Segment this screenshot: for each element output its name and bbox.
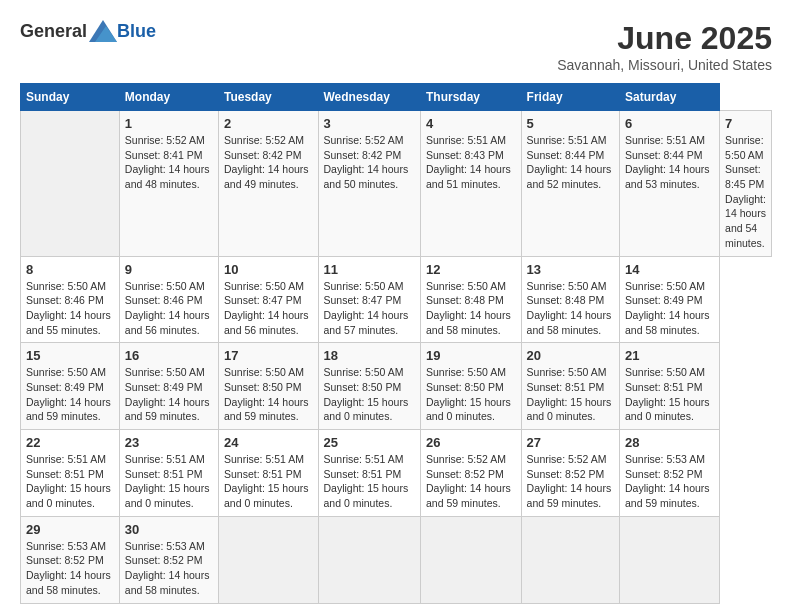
logo: General Blue (20, 20, 156, 42)
day-info: Sunrise: 5:53 AMSunset: 8:52 PMDaylight:… (125, 540, 210, 596)
day-number: 4 (426, 116, 516, 131)
day-cell (218, 516, 318, 603)
day-info: Sunrise: 5:51 AMSunset: 8:51 PMDaylight:… (26, 453, 111, 509)
day-info: Sunrise: 5:50 AMSunset: 8:48 PMDaylight:… (426, 280, 511, 336)
day-info: Sunrise: 5:51 AMSunset: 8:44 PMDaylight:… (527, 134, 612, 190)
day-cell (21, 111, 120, 257)
day-number: 28 (625, 435, 714, 450)
day-info: Sunrise: 5:52 AMSunset: 8:42 PMDaylight:… (224, 134, 309, 190)
calendar-table: SundayMondayTuesdayWednesdayThursdayFrid… (20, 83, 772, 604)
day-info: Sunrise: 5:50 AMSunset: 8:45 PMDaylight:… (725, 134, 766, 249)
day-number: 3 (324, 116, 416, 131)
day-cell: 12 Sunrise: 5:50 AMSunset: 8:48 PMDaylig… (421, 256, 522, 343)
day-number: 14 (625, 262, 714, 277)
day-cell (421, 516, 522, 603)
day-cell: 9 Sunrise: 5:50 AMSunset: 8:46 PMDayligh… (119, 256, 218, 343)
day-cell: 28 Sunrise: 5:53 AMSunset: 8:52 PMDaylig… (619, 430, 719, 517)
day-cell: 27 Sunrise: 5:52 AMSunset: 8:52 PMDaylig… (521, 430, 619, 517)
day-info: Sunrise: 5:50 AMSunset: 8:51 PMDaylight:… (625, 366, 710, 422)
day-number: 19 (426, 348, 516, 363)
day-cell: 10 Sunrise: 5:50 AMSunset: 8:47 PMDaylig… (218, 256, 318, 343)
day-cell: 13 Sunrise: 5:50 AMSunset: 8:48 PMDaylig… (521, 256, 619, 343)
day-info: Sunrise: 5:53 AMSunset: 8:52 PMDaylight:… (26, 540, 111, 596)
day-cell: 7 Sunrise: 5:50 AMSunset: 8:45 PMDayligh… (720, 111, 772, 257)
day-info: Sunrise: 5:53 AMSunset: 8:52 PMDaylight:… (625, 453, 710, 509)
day-cell: 24 Sunrise: 5:51 AMSunset: 8:51 PMDaylig… (218, 430, 318, 517)
day-number: 8 (26, 262, 114, 277)
day-cell: 25 Sunrise: 5:51 AMSunset: 8:51 PMDaylig… (318, 430, 421, 517)
week-row-4: 22 Sunrise: 5:51 AMSunset: 8:51 PMDaylig… (21, 430, 772, 517)
day-number: 9 (125, 262, 213, 277)
col-header-friday: Friday (521, 84, 619, 111)
day-number: 27 (527, 435, 614, 450)
col-header-saturday: Saturday (619, 84, 719, 111)
day-number: 10 (224, 262, 313, 277)
page-header: General Blue June 2025 Savannah, Missour… (20, 20, 772, 73)
day-number: 6 (625, 116, 714, 131)
header-row: SundayMondayTuesdayWednesdayThursdayFrid… (21, 84, 772, 111)
day-number: 7 (725, 116, 766, 131)
day-info: Sunrise: 5:50 AMSunset: 8:46 PMDaylight:… (125, 280, 210, 336)
day-number: 21 (625, 348, 714, 363)
calendar-title: June 2025 (557, 20, 772, 57)
day-cell: 6 Sunrise: 5:51 AMSunset: 8:44 PMDayligh… (619, 111, 719, 257)
day-number: 15 (26, 348, 114, 363)
day-info: Sunrise: 5:50 AMSunset: 8:49 PMDaylight:… (625, 280, 710, 336)
day-cell: 29 Sunrise: 5:53 AMSunset: 8:52 PMDaylig… (21, 516, 120, 603)
week-row-5: 29 Sunrise: 5:53 AMSunset: 8:52 PMDaylig… (21, 516, 772, 603)
day-number: 20 (527, 348, 614, 363)
day-info: Sunrise: 5:52 AMSunset: 8:52 PMDaylight:… (527, 453, 612, 509)
day-number: 5 (527, 116, 614, 131)
day-number: 24 (224, 435, 313, 450)
col-header-wednesday: Wednesday (318, 84, 421, 111)
day-cell: 4 Sunrise: 5:51 AMSunset: 8:43 PMDayligh… (421, 111, 522, 257)
day-info: Sunrise: 5:50 AMSunset: 8:46 PMDaylight:… (26, 280, 111, 336)
day-number: 17 (224, 348, 313, 363)
day-number: 30 (125, 522, 213, 537)
day-number: 29 (26, 522, 114, 537)
day-cell: 16 Sunrise: 5:50 AMSunset: 8:49 PMDaylig… (119, 343, 218, 430)
day-info: Sunrise: 5:51 AMSunset: 8:51 PMDaylight:… (324, 453, 409, 509)
week-row-3: 15 Sunrise: 5:50 AMSunset: 8:49 PMDaylig… (21, 343, 772, 430)
week-row-1: 1 Sunrise: 5:52 AMSunset: 8:41 PMDayligh… (21, 111, 772, 257)
day-info: Sunrise: 5:50 AMSunset: 8:48 PMDaylight:… (527, 280, 612, 336)
day-cell: 26 Sunrise: 5:52 AMSunset: 8:52 PMDaylig… (421, 430, 522, 517)
day-info: Sunrise: 5:50 AMSunset: 8:50 PMDaylight:… (324, 366, 409, 422)
calendar-subtitle: Savannah, Missouri, United States (557, 57, 772, 73)
day-number: 11 (324, 262, 416, 277)
day-info: Sunrise: 5:50 AMSunset: 8:50 PMDaylight:… (426, 366, 511, 422)
day-info: Sunrise: 5:50 AMSunset: 8:47 PMDaylight:… (224, 280, 309, 336)
day-info: Sunrise: 5:51 AMSunset: 8:51 PMDaylight:… (125, 453, 210, 509)
day-number: 2 (224, 116, 313, 131)
logo-blue: Blue (117, 21, 156, 42)
day-cell (318, 516, 421, 603)
day-info: Sunrise: 5:50 AMSunset: 8:49 PMDaylight:… (26, 366, 111, 422)
day-cell: 3 Sunrise: 5:52 AMSunset: 8:42 PMDayligh… (318, 111, 421, 257)
day-number: 18 (324, 348, 416, 363)
day-number: 1 (125, 116, 213, 131)
day-info: Sunrise: 5:51 AMSunset: 8:44 PMDaylight:… (625, 134, 710, 190)
logo-icon (89, 20, 117, 42)
title-block: June 2025 Savannah, Missouri, United Sta… (557, 20, 772, 73)
day-info: Sunrise: 5:52 AMSunset: 8:42 PMDaylight:… (324, 134, 409, 190)
day-cell: 1 Sunrise: 5:52 AMSunset: 8:41 PMDayligh… (119, 111, 218, 257)
day-cell: 8 Sunrise: 5:50 AMSunset: 8:46 PMDayligh… (21, 256, 120, 343)
week-row-2: 8 Sunrise: 5:50 AMSunset: 8:46 PMDayligh… (21, 256, 772, 343)
day-info: Sunrise: 5:52 AMSunset: 8:41 PMDaylight:… (125, 134, 210, 190)
col-header-thursday: Thursday (421, 84, 522, 111)
day-number: 12 (426, 262, 516, 277)
day-number: 25 (324, 435, 416, 450)
day-cell (619, 516, 719, 603)
day-info: Sunrise: 5:52 AMSunset: 8:52 PMDaylight:… (426, 453, 511, 509)
day-cell: 14 Sunrise: 5:50 AMSunset: 8:49 PMDaylig… (619, 256, 719, 343)
day-cell: 15 Sunrise: 5:50 AMSunset: 8:49 PMDaylig… (21, 343, 120, 430)
day-number: 22 (26, 435, 114, 450)
day-cell: 11 Sunrise: 5:50 AMSunset: 8:47 PMDaylig… (318, 256, 421, 343)
day-cell: 18 Sunrise: 5:50 AMSunset: 8:50 PMDaylig… (318, 343, 421, 430)
day-cell: 2 Sunrise: 5:52 AMSunset: 8:42 PMDayligh… (218, 111, 318, 257)
day-cell: 19 Sunrise: 5:50 AMSunset: 8:50 PMDaylig… (421, 343, 522, 430)
day-info: Sunrise: 5:50 AMSunset: 8:50 PMDaylight:… (224, 366, 309, 422)
day-info: Sunrise: 5:50 AMSunset: 8:51 PMDaylight:… (527, 366, 612, 422)
day-cell: 30 Sunrise: 5:53 AMSunset: 8:52 PMDaylig… (119, 516, 218, 603)
day-cell: 17 Sunrise: 5:50 AMSunset: 8:50 PMDaylig… (218, 343, 318, 430)
